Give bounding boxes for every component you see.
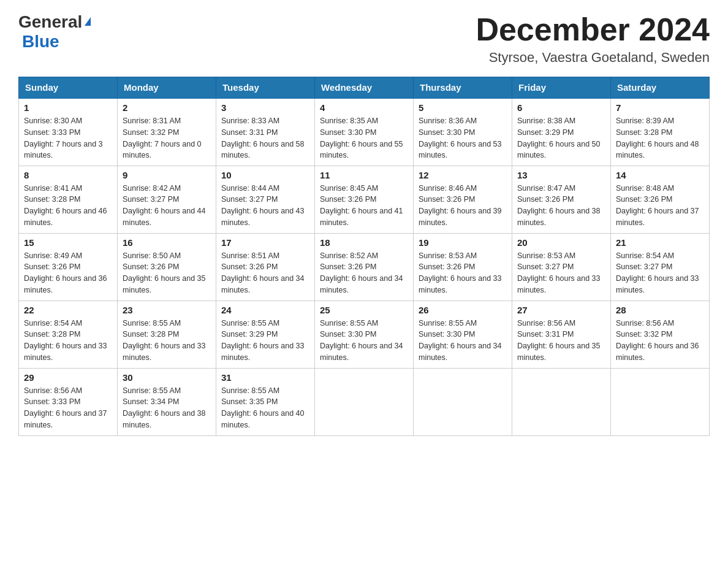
- daylight-text: Daylight: 6 hours and 39 minutes.: [419, 207, 502, 227]
- day-number: 7: [616, 102, 704, 113]
- day-number: 8: [24, 170, 112, 180]
- daylight-text: Daylight: 6 hours and 33 minutes.: [616, 274, 699, 294]
- sunset-text: Sunset: 3:29 PM: [221, 330, 278, 339]
- day-info: Sunrise: 8:56 AM Sunset: 3:33 PM Dayligh…: [24, 385, 112, 431]
- day-info: Sunrise: 8:36 AM Sunset: 3:30 PM Dayligh…: [419, 115, 507, 161]
- day-number: 4: [320, 102, 408, 113]
- sunset-text: Sunset: 3:31 PM: [221, 128, 278, 137]
- daylight-text: Daylight: 6 hours and 33 minutes.: [24, 342, 107, 362]
- sunrise-text: Sunrise: 8:47 AM: [517, 184, 575, 193]
- day-number: 30: [123, 372, 211, 383]
- table-row: 1 Sunrise: 8:30 AM Sunset: 3:33 PM Dayli…: [19, 98, 118, 166]
- day-number: 10: [221, 170, 309, 180]
- daylight-text: Daylight: 6 hours and 34 minutes.: [419, 342, 502, 362]
- day-number: 16: [123, 237, 211, 248]
- day-info: Sunrise: 8:41 AM Sunset: 3:28 PM Dayligh…: [24, 183, 112, 229]
- daylight-text: Daylight: 7 hours and 3 minutes.: [24, 140, 103, 160]
- sunset-text: Sunset: 3:30 PM: [320, 128, 376, 137]
- sunrise-text: Sunrise: 8:48 AM: [616, 184, 674, 193]
- table-row: 26 Sunrise: 8:55 AM Sunset: 3:30 PM Dayl…: [414, 301, 512, 368]
- sunset-text: Sunset: 3:26 PM: [123, 262, 179, 271]
- daylight-text: Daylight: 6 hours and 40 minutes.: [221, 409, 305, 429]
- table-row: 19 Sunrise: 8:53 AM Sunset: 3:26 PM Dayl…: [414, 233, 512, 301]
- day-info: Sunrise: 8:47 AM Sunset: 3:26 PM Dayligh…: [517, 183, 605, 229]
- day-number: 14: [616, 170, 704, 180]
- day-info: Sunrise: 8:55 AM Sunset: 3:34 PM Dayligh…: [123, 385, 211, 431]
- sunset-text: Sunset: 3:30 PM: [419, 330, 475, 339]
- day-number: 9: [123, 170, 211, 180]
- logo-triangle-icon: [85, 17, 91, 26]
- day-number: 3: [221, 102, 309, 113]
- logo-general-text: General: [18, 12, 82, 32]
- logo-blue-text: Blue: [22, 32, 59, 51]
- daylight-text: Daylight: 6 hours and 33 minutes.: [517, 274, 601, 294]
- table-row: 30 Sunrise: 8:55 AM Sunset: 3:34 PM Dayl…: [118, 368, 216, 435]
- daylight-text: Daylight: 6 hours and 50 minutes.: [517, 140, 601, 160]
- day-info: Sunrise: 8:44 AM Sunset: 3:27 PM Dayligh…: [221, 183, 309, 229]
- sunrise-text: Sunrise: 8:42 AM: [123, 184, 181, 193]
- day-number: 28: [616, 305, 704, 315]
- table-row: 17 Sunrise: 8:51 AM Sunset: 3:26 PM Dayl…: [216, 233, 315, 301]
- day-info: Sunrise: 8:55 AM Sunset: 3:30 PM Dayligh…: [320, 318, 408, 364]
- table-row: [414, 368, 512, 435]
- sunrise-text: Sunrise: 8:55 AM: [419, 319, 477, 327]
- sunrise-text: Sunrise: 8:56 AM: [24, 386, 82, 395]
- sunrise-text: Sunrise: 8:55 AM: [221, 319, 279, 327]
- day-number: 19: [419, 237, 507, 248]
- day-info: Sunrise: 8:55 AM Sunset: 3:28 PM Dayligh…: [123, 318, 211, 364]
- day-number: 1: [24, 102, 112, 113]
- day-number: 2: [123, 102, 211, 113]
- daylight-text: Daylight: 6 hours and 43 minutes.: [221, 207, 305, 227]
- sunrise-text: Sunrise: 8:31 AM: [123, 117, 181, 125]
- calendar-week-row: 1 Sunrise: 8:30 AM Sunset: 3:33 PM Dayli…: [19, 98, 710, 166]
- daylight-text: Daylight: 6 hours and 38 minutes.: [517, 207, 601, 227]
- sunrise-text: Sunrise: 8:46 AM: [419, 184, 477, 193]
- sunrise-text: Sunrise: 8:53 AM: [517, 251, 575, 260]
- day-number: 23: [123, 305, 211, 315]
- day-info: Sunrise: 8:54 AM Sunset: 3:27 PM Dayligh…: [616, 250, 704, 296]
- daylight-text: Daylight: 6 hours and 33 minutes.: [419, 274, 502, 294]
- day-number: 21: [616, 237, 704, 248]
- day-number: 5: [419, 102, 507, 113]
- sunrise-text: Sunrise: 8:55 AM: [221, 386, 279, 395]
- day-info: Sunrise: 8:55 AM Sunset: 3:35 PM Dayligh…: [221, 385, 309, 431]
- table-row: [611, 368, 710, 435]
- sunset-text: Sunset: 3:27 PM: [221, 195, 278, 204]
- table-row: 14 Sunrise: 8:48 AM Sunset: 3:26 PM Dayl…: [611, 166, 710, 233]
- col-monday: Monday: [118, 77, 216, 99]
- table-row: 21 Sunrise: 8:54 AM Sunset: 3:27 PM Dayl…: [611, 233, 710, 301]
- sunset-text: Sunset: 3:31 PM: [517, 330, 574, 339]
- sunset-text: Sunset: 3:28 PM: [616, 128, 672, 137]
- day-number: 11: [320, 170, 408, 180]
- day-number: 31: [221, 372, 309, 383]
- table-row: 28 Sunrise: 8:56 AM Sunset: 3:32 PM Dayl…: [611, 301, 710, 368]
- daylight-text: Daylight: 6 hours and 35 minutes.: [517, 342, 601, 362]
- calendar-week-row: 8 Sunrise: 8:41 AM Sunset: 3:28 PM Dayli…: [19, 166, 710, 233]
- daylight-text: Daylight: 6 hours and 36 minutes.: [24, 274, 107, 294]
- calendar-week-row: 15 Sunrise: 8:49 AM Sunset: 3:26 PM Dayl…: [19, 233, 710, 301]
- sunset-text: Sunset: 3:27 PM: [616, 262, 672, 271]
- table-row: 3 Sunrise: 8:33 AM Sunset: 3:31 PM Dayli…: [216, 98, 315, 166]
- table-row: 20 Sunrise: 8:53 AM Sunset: 3:27 PM Dayl…: [512, 233, 611, 301]
- day-info: Sunrise: 8:56 AM Sunset: 3:31 PM Dayligh…: [517, 318, 605, 364]
- daylight-text: Daylight: 6 hours and 35 minutes.: [123, 274, 206, 294]
- sunrise-text: Sunrise: 8:30 AM: [24, 117, 82, 125]
- calendar-week-row: 22 Sunrise: 8:54 AM Sunset: 3:28 PM Dayl…: [19, 301, 710, 368]
- daylight-text: Daylight: 6 hours and 37 minutes.: [24, 409, 107, 429]
- day-info: Sunrise: 8:30 AM Sunset: 3:33 PM Dayligh…: [24, 115, 112, 161]
- day-info: Sunrise: 8:35 AM Sunset: 3:30 PM Dayligh…: [320, 115, 408, 161]
- sunrise-text: Sunrise: 8:56 AM: [517, 319, 575, 327]
- sunset-text: Sunset: 3:26 PM: [24, 262, 80, 271]
- day-info: Sunrise: 8:48 AM Sunset: 3:26 PM Dayligh…: [616, 183, 704, 229]
- day-info: Sunrise: 8:38 AM Sunset: 3:29 PM Dayligh…: [517, 115, 605, 161]
- day-number: 6: [517, 102, 605, 113]
- sunset-text: Sunset: 3:26 PM: [616, 195, 672, 204]
- sunrise-text: Sunrise: 8:33 AM: [221, 117, 279, 125]
- location-text: Styrsoe, Vaestra Goetaland, Sweden: [476, 50, 710, 66]
- sunrise-text: Sunrise: 8:39 AM: [616, 117, 674, 125]
- table-row: 31 Sunrise: 8:55 AM Sunset: 3:35 PM Dayl…: [216, 368, 315, 435]
- table-row: 5 Sunrise: 8:36 AM Sunset: 3:30 PM Dayli…: [414, 98, 512, 166]
- day-number: 26: [419, 305, 507, 315]
- table-row: 24 Sunrise: 8:55 AM Sunset: 3:29 PM Dayl…: [216, 301, 315, 368]
- sunset-text: Sunset: 3:28 PM: [24, 195, 80, 204]
